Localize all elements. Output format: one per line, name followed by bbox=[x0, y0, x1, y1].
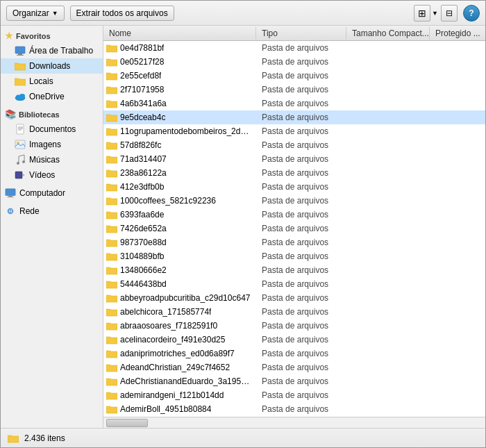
file-name-cell: acelinacordeiro_f491e30d25 bbox=[103, 335, 256, 345]
table-row[interactable]: acelinacordeiro_f491e30d25 Pasta de arqu… bbox=[103, 333, 485, 347]
svg-rect-1 bbox=[18, 53, 22, 55]
folder-icon bbox=[106, 99, 117, 108]
folder-icon bbox=[106, 349, 117, 358]
file-name-text: abelchicora_171585774f bbox=[120, 307, 211, 317]
file-name-cell: 71ad314407 bbox=[103, 154, 256, 164]
help-button[interactable]: ? bbox=[463, 5, 480, 22]
sidebar-item-desktop[interactable]: Área de Trabalho bbox=[1, 43, 103, 58]
view-icon: ⊞ bbox=[418, 8, 426, 19]
file-name-text: 238a86122a bbox=[120, 168, 167, 178]
file-type-cell: Pasta de arquivos bbox=[256, 251, 346, 261]
folder-icon bbox=[106, 293, 117, 303]
organize-button[interactable]: Organizar ▼ bbox=[6, 6, 65, 21]
file-type-cell: Pasta de arquivos bbox=[256, 126, 346, 136]
sidebar-item-onedrive[interactable]: OneDrive bbox=[1, 89, 103, 104]
extract-button[interactable]: Extrair todos os arquivos bbox=[70, 6, 174, 21]
sidebar-item-videos[interactable]: Vídeos bbox=[1, 167, 103, 183]
table-row[interactable]: 3104889bfb Pasta de arquivos bbox=[103, 249, 485, 263]
libraries-header: 📚 Bibliotecas bbox=[1, 107, 103, 122]
file-type-cell: Pasta de arquivos bbox=[256, 335, 346, 345]
favorites-label: Favoritos bbox=[16, 32, 51, 40]
folder-icon bbox=[106, 154, 117, 164]
svg-point-13 bbox=[22, 160, 25, 163]
table-row[interactable]: 4a6b341a6a Pasta de arquivos bbox=[103, 97, 485, 110]
file-name-cell: 2f71071958 bbox=[103, 85, 256, 94]
sidebar-item-locals[interactable]: Locais bbox=[1, 74, 103, 89]
documents-icon bbox=[15, 124, 26, 135]
hscroll-thumb[interactable] bbox=[106, 419, 148, 427]
table-row[interactable]: 6393faa6de Pasta de arquivos bbox=[103, 208, 485, 222]
file-type-cell: Pasta de arquivos bbox=[256, 182, 346, 192]
file-name-text: AdeandChristian_249c7f4652 bbox=[120, 363, 230, 372]
table-row[interactable]: 11ogrupamentodebombeiros_2d76... Pasta d… bbox=[103, 124, 485, 138]
table-row[interactable]: AdemirBoll_4951b80884 Pasta de arquivos bbox=[103, 402, 485, 416]
file-name-text: 1000coffees_5821c92236 bbox=[120, 196, 216, 206]
table-row[interactable]: 987370e88d Pasta de arquivos bbox=[103, 235, 485, 249]
folder-icon bbox=[106, 376, 117, 386]
table-row[interactable]: 0e05217f28 Pasta de arquivos bbox=[103, 55, 485, 69]
col-name-label: Nome bbox=[109, 28, 131, 38]
col-header-name[interactable]: Nome bbox=[103, 27, 256, 40]
table-row[interactable]: 71ad314407 Pasta de arquivos bbox=[103, 152, 485, 166]
file-list[interactable]: 0e4d7881bf Pasta de arquivos 0e05217f28 … bbox=[103, 41, 485, 417]
table-row[interactable]: abbeyroadpubcuritiba_c29d10c647 Pasta de… bbox=[103, 291, 485, 305]
file-name-text: 6393faa6de bbox=[120, 210, 164, 219]
file-type-cell: Pasta de arquivos bbox=[256, 57, 346, 67]
file-name-text: 13480666e2 bbox=[120, 265, 167, 275]
locals-icon bbox=[15, 76, 26, 87]
col-header-type[interactable]: Tipo bbox=[256, 27, 346, 40]
change-view-button[interactable]: ⊟ bbox=[441, 5, 458, 22]
table-row[interactable]: 13480666e2 Pasta de arquivos bbox=[103, 263, 485, 277]
horizontal-scrollbar[interactable] bbox=[103, 417, 485, 428]
file-type-cell: Pasta de arquivos bbox=[256, 224, 346, 233]
file-name-cell: 9e5dceab4c bbox=[103, 113, 256, 122]
sidebar-item-documents[interactable]: Documentos bbox=[1, 122, 103, 137]
table-row[interactable]: adaniprimotriches_ed0d6a89f7 Pasta de ar… bbox=[103, 347, 485, 360]
sidebar-item-downloads[interactable]: Downloads bbox=[1, 58, 103, 74]
favorites-section: ★ Favoritos Área de Trabalho Downloads bbox=[1, 28, 103, 104]
table-row[interactable]: AdeChristianandEduardo_3a19593... Pasta … bbox=[103, 374, 485, 388]
videos-label: Vídeos bbox=[29, 170, 55, 180]
file-name-cell: 4a6b341a6a bbox=[103, 99, 256, 108]
sidebar-item-computer[interactable]: Computador bbox=[1, 185, 103, 201]
table-row[interactable]: abelchicora_171585774f Pasta de arquivos bbox=[103, 305, 485, 319]
table-row[interactable]: 1000coffees_5821c92236 Pasta de arquivos bbox=[103, 194, 485, 208]
file-type-cell: Pasta de arquivos bbox=[256, 390, 346, 400]
sidebar-item-network[interactable]: Rede bbox=[1, 204, 103, 219]
col-header-size[interactable]: Tamanho Compact... bbox=[346, 27, 430, 40]
onedrive-label: OneDrive bbox=[29, 92, 65, 101]
sidebar-item-music[interactable]: Músicas bbox=[1, 152, 103, 167]
file-name-cell: 0e4d7881bf bbox=[103, 43, 256, 53]
table-row[interactable]: AdeandChristian_249c7f4652 Pasta de arqu… bbox=[103, 360, 485, 374]
view-button[interactable]: ⊞ bbox=[414, 5, 430, 22]
table-row[interactable]: 57d8f826fc Pasta de arquivos bbox=[103, 138, 485, 152]
table-row[interactable]: 2e55cefd8f Pasta de arquivos bbox=[103, 69, 485, 83]
table-row[interactable]: 2f71071958 Pasta de arquivos bbox=[103, 83, 485, 97]
table-row[interactable]: 238a86122a Pasta de arquivos bbox=[103, 166, 485, 180]
file-type-cell: Pasta de arquivos bbox=[256, 99, 346, 108]
file-type-cell: Pasta de arquivos bbox=[256, 113, 346, 122]
sidebar-item-images[interactable]: Imagens bbox=[1, 137, 103, 152]
table-row[interactable]: 54446438bd Pasta de arquivos bbox=[103, 277, 485, 291]
file-name-cell: 1000coffees_5821c92236 bbox=[103, 196, 256, 206]
col-header-protected[interactable]: Protegido ... bbox=[430, 27, 485, 40]
folder-icon bbox=[106, 238, 117, 247]
videos-icon bbox=[15, 169, 26, 181]
file-name-cell: ademirandgeni_f121b014dd bbox=[103, 390, 256, 400]
table-row[interactable]: ademirandgeni_f121b014dd Pasta de arquiv… bbox=[103, 388, 485, 402]
favorites-header: ★ Favoritos bbox=[1, 28, 103, 43]
table-row[interactable]: 0e4d7881bf Pasta de arquivos bbox=[103, 41, 485, 55]
table-row[interactable]: 7426de652a Pasta de arquivos bbox=[103, 222, 485, 235]
network-icon bbox=[5, 206, 16, 217]
table-row[interactable]: 9e5dceab4c Pasta de arquivos bbox=[103, 110, 485, 124]
folder-icon bbox=[106, 251, 117, 261]
table-row[interactable]: abraaosoares_f7182591f0 Pasta de arquivo… bbox=[103, 319, 485, 333]
documents-label: Documentos bbox=[29, 124, 76, 134]
table-row[interactable]: 412e3dfb0b Pasta de arquivos bbox=[103, 180, 485, 194]
file-name-cell: 412e3dfb0b bbox=[103, 182, 256, 192]
locals-label: Locais bbox=[29, 76, 53, 86]
file-name-cell: 2e55cefd8f bbox=[103, 71, 256, 81]
folder-icon bbox=[106, 265, 117, 275]
computer-icon bbox=[5, 188, 16, 199]
file-type-cell: Pasta de arquivos bbox=[256, 196, 346, 206]
